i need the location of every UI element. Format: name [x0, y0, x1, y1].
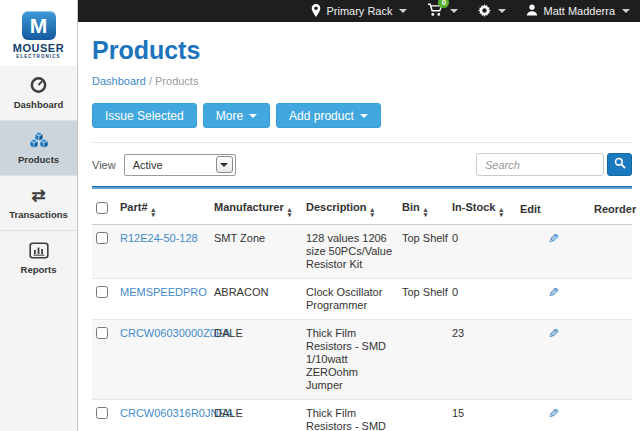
add-product-button[interactable]: Add product — [276, 103, 381, 128]
column-bin[interactable]: Bin▴▾ — [398, 197, 448, 225]
in-stock-cell: 0 — [448, 225, 516, 279]
products-table: Part#▴▾ Manufacturer▴▾ Description▴▾ Bin… — [92, 197, 632, 431]
chevron-down-icon — [450, 9, 458, 13]
user-name: Matt Madderra — [543, 5, 615, 17]
gear-icon — [478, 4, 491, 19]
topbar: Primary Rack 0 — [78, 0, 640, 22]
mouser-logo-mark: M — [22, 11, 56, 40]
bar-chart-icon — [2, 240, 75, 260]
section-divider — [92, 186, 632, 189]
user-menu[interactable]: Matt Madderra — [526, 4, 630, 18]
location-menu[interactable]: Primary Rack — [311, 4, 407, 19]
sort-icon: ▴▾ — [152, 208, 156, 217]
description-cell: Thick Film Resistors - SMD 1/10watt 16oh… — [302, 400, 398, 431]
app-window: M MOUSER ELECTRONICS Dashboard — [0, 0, 640, 431]
edit-pencil-icon[interactable]: ✎ — [548, 286, 559, 299]
sidebar: M MOUSER ELECTRONICS Dashboard — [0, 0, 78, 431]
row-checkbox[interactable] — [96, 286, 108, 298]
reorder-cell — [590, 320, 632, 400]
table-row: R12E24-50-128 SMT Zone 128 values 1206 s… — [92, 225, 632, 279]
column-reorder: Reorder — [590, 197, 632, 225]
column-description[interactable]: Description▴▾ — [302, 197, 398, 225]
sort-icon: ▴▾ — [288, 208, 292, 217]
user-icon — [526, 4, 538, 18]
cubes-icon — [2, 130, 75, 150]
chevron-down-icon — [498, 9, 506, 13]
reorder-cell — [590, 400, 632, 431]
select-all-checkbox[interactable] — [96, 202, 108, 214]
description-cell: Thick Film Resistors - SMD 1/10watt ZERO… — [302, 320, 398, 400]
sidebar-item-label: Products — [2, 154, 75, 165]
sidebar-item-reports[interactable]: Reports — [0, 230, 77, 285]
chevron-down-icon — [216, 156, 233, 173]
description-cell: Clock Oscillator Programmer — [302, 279, 398, 320]
in-stock-cell: 0 — [448, 279, 516, 320]
view-label: View — [92, 159, 116, 171]
sidebar-item-label: Dashboard — [2, 99, 75, 110]
bin-cell: Top Shelf — [398, 225, 448, 279]
search-button[interactable] — [607, 153, 632, 176]
bin-cell — [398, 400, 448, 431]
breadcrumb-dashboard-link[interactable]: Dashboard — [92, 75, 146, 87]
sort-icon: ▴▾ — [371, 208, 375, 217]
toolbar: Issue Selected More Add product — [92, 103, 632, 128]
more-button[interactable]: More — [203, 103, 270, 128]
manufacturer-cell: ABRACON — [210, 279, 302, 320]
column-in-stock[interactable]: In-Stock▴▾ — [448, 197, 516, 225]
gauge-icon — [2, 75, 75, 95]
view-select[interactable]: Active — [124, 154, 236, 176]
sidebar-item-label: Reports — [2, 264, 75, 275]
column-part[interactable]: Part#▴▾ — [116, 197, 210, 225]
chevron-down-icon — [399, 9, 407, 13]
edit-pencil-icon[interactable]: ✎ — [548, 327, 559, 340]
column-edit: Edit — [516, 197, 590, 225]
row-checkbox[interactable] — [96, 407, 108, 419]
table-row: CRCW060316R0JNEA DALE Thick Film Resisto… — [92, 400, 632, 431]
in-stock-cell: 23 — [448, 320, 516, 400]
settings-menu[interactable] — [478, 4, 506, 19]
edit-pencil-icon[interactable]: ✎ — [548, 232, 559, 245]
cart-count-badge: 0 — [438, 0, 449, 8]
mouser-logo-subtext: ELECTRONICS — [16, 54, 60, 59]
sidebar-item-products[interactable]: Products — [0, 120, 77, 175]
table-row: MEMSPEEDPRO ABRACON Clock Oscillator Pro… — [92, 279, 632, 320]
chevron-down-icon — [622, 9, 630, 13]
reorder-cell — [590, 279, 632, 320]
exchange-arrows-icon: ⇄ — [2, 185, 75, 205]
column-manufacturer[interactable]: Manufacturer▴▾ — [210, 197, 302, 225]
description-cell: 128 values 1206 size 50PCs/Value Resisto… — [302, 225, 398, 279]
location-pin-icon — [311, 4, 321, 19]
search-icon — [614, 157, 626, 172]
bin-cell: Top Shelf — [398, 279, 448, 320]
sidebar-item-dashboard[interactable]: Dashboard — [0, 66, 77, 120]
edit-pencil-icon[interactable]: ✎ — [548, 407, 559, 420]
cart-menu[interactable]: 0 — [427, 3, 458, 19]
manufacturer-cell: DALE — [210, 400, 302, 431]
mouser-logo-text: MOUSER — [13, 42, 64, 54]
row-checkbox[interactable] — [96, 232, 108, 244]
mouser-logo: M MOUSER ELECTRONICS — [0, 0, 77, 66]
bin-cell — [398, 320, 448, 400]
sort-icon: ▴▾ — [424, 208, 428, 217]
issue-selected-button[interactable]: Issue Selected — [92, 103, 197, 128]
filter-bar: View Active — [92, 142, 632, 176]
table-row: CRCW06030000Z0EA DALE Thick Film Resisto… — [92, 320, 632, 400]
location-label: Primary Rack — [326, 5, 392, 17]
manufacturer-cell: SMT Zone — [210, 225, 302, 279]
row-checkbox[interactable] — [96, 327, 108, 339]
breadcrumb-separator: / — [149, 75, 152, 87]
sidebar-item-label: Transactions — [2, 209, 75, 220]
part-link[interactable]: R12E24-50-128 — [120, 232, 198, 244]
sidebar-item-transactions[interactable]: ⇄ Transactions — [0, 175, 77, 230]
breadcrumb: Dashboard / Products — [92, 75, 632, 87]
search-input[interactable] — [476, 153, 604, 176]
sidebar-nav: Dashboard — [0, 66, 77, 285]
reorder-cell — [590, 225, 632, 279]
chevron-down-icon — [249, 114, 257, 118]
cart-icon: 0 — [427, 3, 443, 19]
part-link[interactable]: MEMSPEEDPRO — [120, 286, 207, 298]
manufacturer-cell: DALE — [210, 320, 302, 400]
main-content: Products Dashboard / Products Issue Sele… — [78, 0, 640, 431]
view-select-value: Active — [133, 159, 163, 171]
chevron-down-icon — [360, 114, 368, 118]
